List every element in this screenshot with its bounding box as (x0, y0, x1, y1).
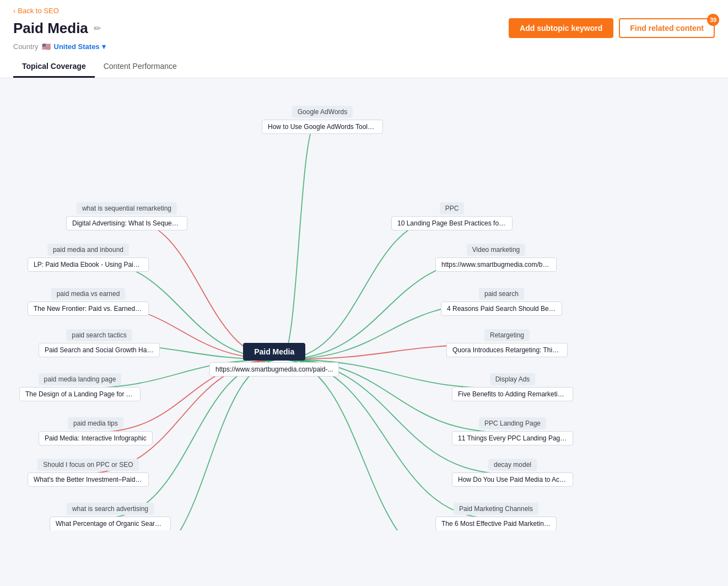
node-content[interactable]: What's the Better Investment–Paid Sear..… (28, 472, 149, 487)
add-subtopic-button[interactable]: Add subtopic keyword (509, 18, 613, 38)
country-value-text: United States (54, 42, 100, 51)
center-node[interactable]: Paid Mediahttps://www.smartbugmedia.com/… (209, 343, 339, 377)
node-keyword: Should I focus on PPC or SEO (37, 459, 138, 471)
node-content[interactable]: LP: Paid Media Ebook - Using Paid Medi..… (28, 257, 149, 272)
tabs: Topical Coverage Content Performance (13, 56, 715, 78)
list-item: paid media and inboundLP: Paid Media Ebo… (28, 244, 149, 272)
list-item: Should I focus on PPC or SEOWhat's the B… (28, 459, 149, 487)
top-bar: ‹ Back to SEO Paid Media ✏ Add subtopic … (0, 0, 728, 78)
node-content[interactable]: 10 Landing Page Best Practices for PPC .… (391, 216, 513, 230)
list-item: Google AdWordsHow to Use Google AdWords … (262, 106, 383, 134)
node-content[interactable]: How to Use Google AdWords Tools to R... (262, 120, 383, 134)
badge-count: 39 (707, 14, 719, 26)
node-keyword: paid media vs earned (51, 288, 126, 300)
center-content[interactable]: https://www.smartbugmedia.com/paid-... (209, 362, 339, 377)
node-keyword: paid media tips (68, 417, 123, 429)
flag-icon: 🇺🇸 (42, 42, 51, 51)
node-keyword: paid media and inbound (47, 244, 129, 256)
node-keyword: paid search tactics (66, 329, 132, 341)
node-content[interactable]: 11 Things Every PPC Landing Page Needs (452, 431, 573, 445)
title-left: Paid Media ✏ (13, 20, 101, 37)
list-item: paid search tacticsPaid Search and Socia… (39, 329, 160, 357)
list-item: what is search advertisingWhat Percentag… (50, 503, 171, 530)
node-content[interactable]: What Percentage of Organic Search Sh... (50, 517, 171, 530)
list-item: paid media tipsPaid Media: Interactive I… (39, 417, 153, 445)
node-content[interactable]: Paid Media: Interactive Infographic (39, 431, 153, 445)
node-content[interactable]: How Do You Use Paid Media to Acceler... (452, 472, 573, 487)
list-item: paid media landing pageThe Design of a L… (19, 373, 141, 401)
node-keyword: PPC (440, 202, 465, 214)
node-keyword: what is sequential remarketing (77, 202, 177, 214)
edit-icon[interactable]: ✏ (94, 23, 101, 34)
country-value[interactable]: United States ▾ (54, 42, 106, 51)
list-item: Video marketinghttps://www.smartbugmedia… (435, 244, 557, 272)
list-item: decay modelHow Do You Use Paid Media to … (452, 459, 573, 487)
node-content[interactable]: The New Frontier: Paid vs. Earned Media (28, 302, 149, 316)
country-row: Country 🇺🇸 United States ▾ (13, 42, 715, 51)
title-row: Paid Media ✏ Add subtopic keyword Find r… (13, 18, 715, 38)
tab-content-performance[interactable]: Content Performance (95, 56, 186, 78)
node-keyword: Paid Marketing Channels (454, 503, 538, 515)
list-item: Display AdsFive Benefits to Adding Remar… (452, 373, 573, 401)
node-keyword: paid media landing page (39, 373, 122, 385)
country-label: Country (13, 42, 39, 51)
title-actions: Add subtopic keyword Find related conten… (509, 18, 715, 38)
node-content[interactable]: The Design of a Landing Page for Your ..… (19, 387, 141, 401)
node-content[interactable]: Quora Introduces Retargeting: This We... (446, 343, 568, 357)
list-item: PPC10 Landing Page Best Practices for PP… (391, 202, 513, 230)
tab-topical-coverage[interactable]: Topical Coverage (13, 56, 95, 78)
find-related-button[interactable]: Find related content 39 (619, 18, 715, 38)
list-item: paid search4 Reasons Paid Search Should … (441, 288, 562, 316)
find-related-label: Find related content (630, 24, 704, 33)
mindmap-container: Paid Mediahttps://www.smartbugmedia.com/… (11, 89, 717, 530)
list-item: what is sequential remarketingDigital Ad… (66, 202, 187, 230)
node-keyword: what is search advertising (67, 503, 154, 515)
back-to-seo-link[interactable]: ‹ Back to SEO (13, 7, 59, 15)
node-content[interactable]: Five Benefits to Adding Remarketing to .… (452, 387, 573, 401)
node-keyword: Google AdWords (292, 106, 353, 118)
node-content[interactable]: Paid Search and Social Growth Hacking ..… (39, 343, 160, 357)
list-item: PPC Landing Page11 Things Every PPC Land… (452, 417, 573, 445)
node-content[interactable]: https://www.smartbugmedia.com/blog... (435, 257, 557, 272)
center-keyword: Paid Media (243, 343, 305, 361)
chevron-down-icon: ▾ (102, 42, 106, 51)
node-keyword: Video marketing (467, 244, 526, 256)
list-item: Paid Marketing ChannelsThe 6 Most Effect… (435, 503, 557, 530)
main-content: Paid Mediahttps://www.smartbugmedia.com/… (0, 78, 728, 574)
node-keyword: Display Ads (490, 373, 536, 385)
node-content[interactable]: 4 Reasons Paid Search Should Be Part o..… (441, 302, 562, 316)
back-arrow-icon: ‹ (13, 7, 15, 15)
node-keyword: Retargeting (484, 329, 530, 341)
node-content[interactable]: Digital Advertising: What Is Sequential … (66, 216, 187, 230)
page-title: Paid Media (13, 20, 88, 37)
list-item: paid media vs earnedThe New Frontier: Pa… (28, 288, 149, 316)
node-keyword: PPC Landing Page (479, 417, 546, 429)
node-keyword: paid search (479, 288, 524, 300)
node-content[interactable]: The 6 Most Effective Paid Marketing Ch..… (435, 517, 557, 530)
node-keyword: decay model (488, 459, 537, 471)
list-item: RetargetingQuora Introduces Retargeting:… (446, 329, 568, 357)
back-label: Back to SEO (18, 7, 58, 15)
